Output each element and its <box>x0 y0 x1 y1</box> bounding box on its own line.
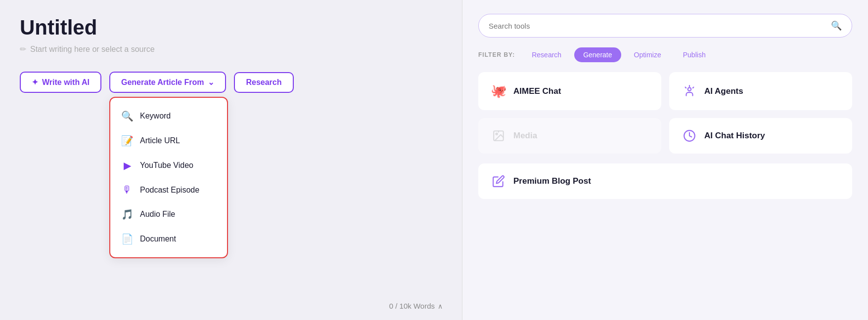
dropdown-item-audio[interactable]: 🎵 Audio File <box>110 202 227 227</box>
aimee-chat-icon: 🐙 <box>491 83 506 99</box>
dropdown-item-podcast-label: Podcast Episode <box>140 186 199 195</box>
generate-dropdown-menu: 🔍 Keyword 📝 Article URL ▶ YouTube Video … <box>109 97 228 258</box>
tab-generate[interactable]: Generate <box>574 47 621 62</box>
filter-tabs: Research Generate Optimize Publish <box>523 47 714 62</box>
left-panel: Untitled ✏ Start writing here or select … <box>0 0 462 320</box>
tab-optimize[interactable]: Optimize <box>625 47 670 62</box>
tool-card-media: Media <box>478 118 661 154</box>
ai-agents-icon <box>682 85 697 98</box>
chevron-up-icon: ∧ <box>438 302 443 310</box>
search-input[interactable] <box>489 22 826 30</box>
svg-line-2 <box>685 87 686 88</box>
svg-point-5 <box>496 133 498 135</box>
tab-research[interactable]: Research <box>523 47 570 62</box>
article-url-icon: 📝 <box>121 135 133 147</box>
tab-publish[interactable]: Publish <box>674 47 715 62</box>
filter-section: FILTER BY: Research Generate Optimize Pu… <box>478 47 852 62</box>
tool-card-ai-chat-history[interactable]: AI Chat History <box>669 118 852 154</box>
dropdown-item-keyword-label: Keyword <box>140 112 171 120</box>
dropdown-item-article-label: Article URL <box>140 136 180 145</box>
media-icon <box>491 129 506 142</box>
dropdown-item-document[interactable]: 📄 Document <box>110 227 227 251</box>
svg-point-0 <box>688 87 691 91</box>
write-with-ai-button[interactable]: ✦ Write with AI <box>20 72 101 93</box>
chevron-down-icon: ⌄ <box>208 78 214 87</box>
word-count: 0 / 10k Words ∧ <box>389 302 443 310</box>
research-label: Research <box>246 78 281 87</box>
dropdown-item-document-label: Document <box>140 235 176 243</box>
panel-divider <box>462 0 462 320</box>
media-label: Media <box>513 131 537 141</box>
ai-agents-label: AI Agents <box>704 86 743 96</box>
dropdown-item-article[interactable]: 📝 Article URL <box>110 128 227 153</box>
tools-grid: 🐙 AIMEE Chat AI Agents <box>478 72 852 154</box>
aimee-chat-label: AIMEE Chat <box>513 86 561 96</box>
document-icon: 📄 <box>121 233 133 245</box>
dropdown-item-youtube-label: YouTube Video <box>140 161 193 170</box>
filter-by-label: FILTER BY: <box>478 51 515 58</box>
search-bar: 🔍 <box>478 14 852 38</box>
research-button[interactable]: Research <box>234 72 293 93</box>
generate-label: Generate Article From <box>121 78 204 87</box>
subtitle-row: ✏ Start writing here or select a source <box>20 44 443 54</box>
tool-card-ai-agents[interactable]: AI Agents <box>669 72 852 110</box>
write-ai-label: Write with AI <box>42 78 90 87</box>
sparkle-icon: ✦ <box>32 78 38 87</box>
pencil-icon: ✏ <box>20 44 26 54</box>
dropdown-item-audio-label: Audio File <box>140 210 175 219</box>
keyword-icon: 🔍 <box>121 110 133 122</box>
dropdown-item-youtube[interactable]: ▶ YouTube Video <box>110 153 227 178</box>
dropdown-item-keyword[interactable]: 🔍 Keyword <box>110 104 227 128</box>
podcast-icon: 🎙 <box>121 184 133 196</box>
generate-dropdown-wrapper: Generate Article From ⌄ 🔍 Keyword 📝 Arti… <box>109 72 226 93</box>
audio-icon: 🎵 <box>121 208 133 220</box>
premium-blog-post-label: Premium Blog Post <box>513 176 591 186</box>
word-count-value: 0 / 10k Words <box>389 302 435 310</box>
dropdown-item-podcast[interactable]: 🎙 Podcast Episode <box>110 178 227 202</box>
toolbar: ✦ Write with AI Generate Article From ⌄ … <box>20 72 443 93</box>
ai-chat-history-label: AI Chat History <box>704 131 765 141</box>
page-title: Untitled <box>20 16 443 40</box>
right-panel: 🔍 FILTER BY: Research Generate Optimize … <box>462 0 868 320</box>
svg-line-3 <box>693 87 694 88</box>
tool-card-premium-blog-post[interactable]: Premium Blog Post <box>478 163 852 199</box>
ai-chat-history-icon <box>682 129 697 142</box>
premium-blog-post-icon <box>491 175 506 188</box>
search-icon: 🔍 <box>831 20 842 31</box>
tool-card-aimee-chat[interactable]: 🐙 AIMEE Chat <box>478 72 661 110</box>
subtitle-text: Start writing here or select a source <box>30 45 155 54</box>
generate-article-button[interactable]: Generate Article From ⌄ <box>109 72 226 93</box>
youtube-icon: ▶ <box>121 160 133 171</box>
